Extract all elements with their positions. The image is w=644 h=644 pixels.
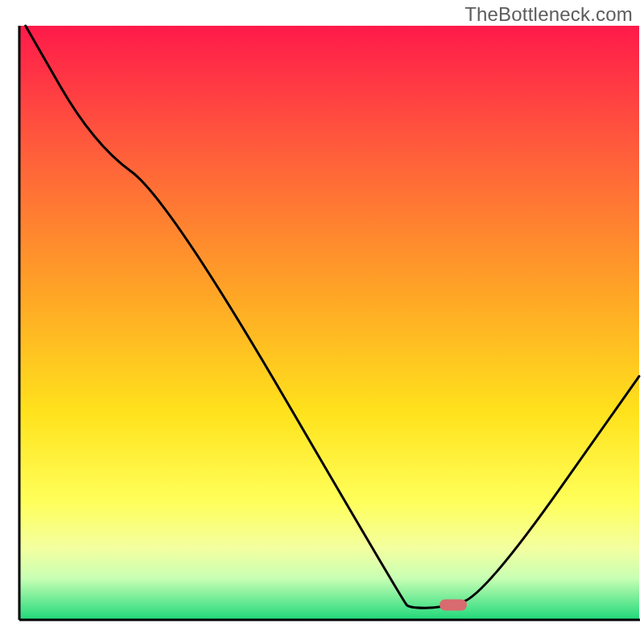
chart-container: TheBottleneck.com	[0, 0, 644, 644]
optimal-marker	[440, 600, 467, 611]
bottleneck-chart-svg	[0, 0, 644, 644]
plot-background	[19, 26, 639, 620]
